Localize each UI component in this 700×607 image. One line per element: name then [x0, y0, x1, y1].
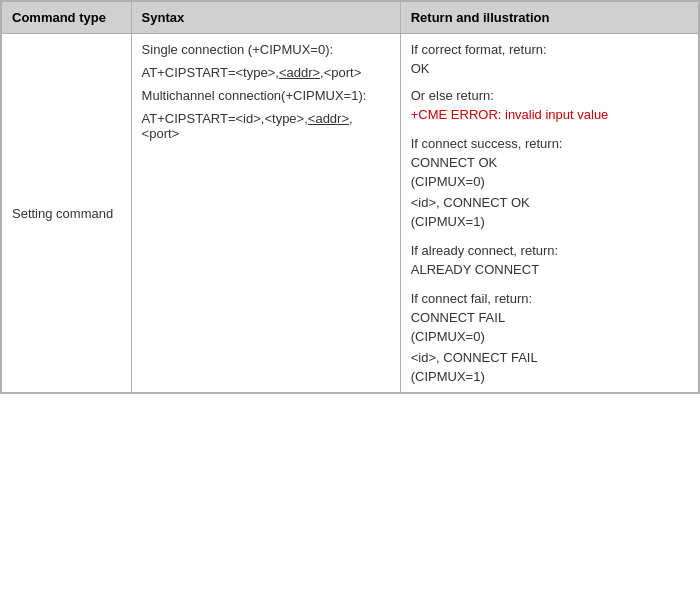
main-table: Command type Syntax Return and illustrat…: [0, 0, 700, 394]
syntax-content: Single connection (+CIPMUX=0): AT+CIPSTA…: [142, 42, 390, 141]
connect-fail-label: If connect fail, return:: [411, 291, 688, 306]
multi-connection-label: Multichannel connection(+CIPMUX=1):: [142, 88, 390, 103]
cme-error-value: +CME ERROR: invalid input value: [411, 107, 688, 122]
syntax-cell: Single connection (+CIPMUX=0): AT+CIPSTA…: [131, 34, 400, 393]
single-connection-cmd: AT+CIPSTART=<type>,<addr>,<port>: [142, 65, 390, 80]
addr-underline-1: <addr>: [279, 65, 320, 80]
id-connect-ok-value: <id>, CONNECT OK: [411, 195, 688, 210]
cipmux0-sub2: (CIPMUX=0): [411, 329, 688, 344]
connect-ok-value: CONNECT OK: [411, 155, 688, 170]
or-else-label: Or else return:: [411, 88, 688, 103]
id-connect-fail-value: <id>, CONNECT FAIL: [411, 350, 688, 365]
cipmux0-sub1: (CIPMUX=0): [411, 174, 688, 189]
table-row: Setting command Single connection (+CIPM…: [2, 34, 699, 393]
return-section-4: If connect fail, return: CONNECT FAIL (C…: [411, 291, 688, 384]
ok-value: OK: [411, 61, 688, 76]
connect-success-label: If connect success, return:: [411, 136, 688, 151]
correct-format-label: If correct format, return:: [411, 42, 688, 57]
command-type-label: Setting command: [12, 206, 113, 221]
return-section-3: If already connect, return: ALREADY CONN…: [411, 243, 688, 277]
already-connect-value: ALREADY CONNECT: [411, 262, 688, 277]
return-cell: If correct format, return: OK Or else re…: [400, 34, 698, 393]
already-connect-label: If already connect, return:: [411, 243, 688, 258]
cipmux1-sub1: (CIPMUX=1): [411, 214, 688, 229]
single-connection-label: Single connection (+CIPMUX=0):: [142, 42, 390, 57]
addr-underline-2: <addr>: [308, 111, 349, 126]
header-syntax: Syntax: [131, 2, 400, 34]
header-return: Return and illustration: [400, 2, 698, 34]
connect-fail-value: CONNECT FAIL: [411, 310, 688, 325]
multi-connection-cmd: AT+CIPSTART=<id>,<type>,<addr>,<port>: [142, 111, 390, 141]
return-section-2: If connect success, return: CONNECT OK (…: [411, 136, 688, 229]
command-type-cell: Setting command: [2, 34, 132, 393]
header-command-type: Command type: [2, 2, 132, 34]
cipmux1-sub2: (CIPMUX=1): [411, 369, 688, 384]
return-section-1: If correct format, return: OK Or else re…: [411, 42, 688, 122]
